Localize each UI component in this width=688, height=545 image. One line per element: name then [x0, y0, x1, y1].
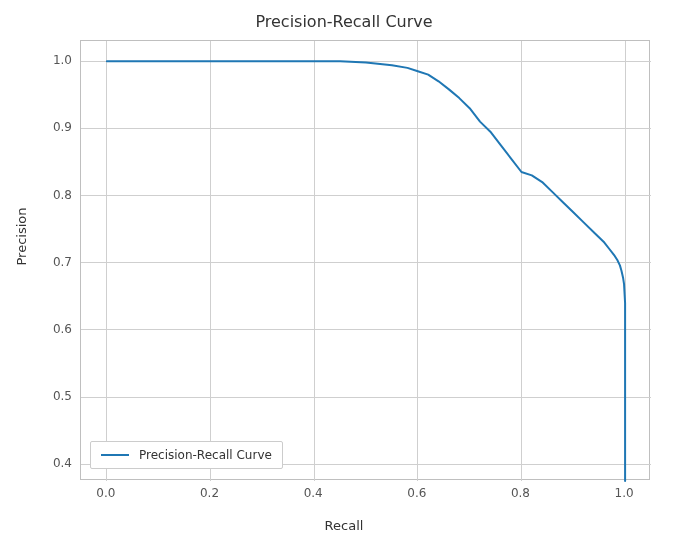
- y-axis-label: Precision: [14, 207, 29, 265]
- y-tick-label: 0.6: [32, 322, 72, 336]
- x-tick-label: 0.0: [96, 486, 115, 500]
- x-tick-label: 0.6: [407, 486, 426, 500]
- x-tick-label: 0.4: [304, 486, 323, 500]
- x-tick-label: 0.2: [200, 486, 219, 500]
- y-tick-label: 0.9: [32, 120, 72, 134]
- y-tick-label: 0.5: [32, 389, 72, 403]
- y-tick-label: 1.0: [32, 53, 72, 67]
- x-tick-label: 1.0: [615, 486, 634, 500]
- y-tick-label: 0.8: [32, 188, 72, 202]
- legend-swatch: [101, 454, 129, 456]
- legend-label: Precision-Recall Curve: [139, 448, 272, 462]
- y-tick-label: 0.7: [32, 255, 72, 269]
- chart-title: Precision-Recall Curve: [0, 12, 688, 31]
- x-axis-label: Recall: [0, 518, 688, 533]
- y-tick-label: 0.4: [32, 456, 72, 470]
- legend: Precision-Recall Curve: [90, 441, 283, 469]
- x-tick-label: 0.8: [511, 486, 530, 500]
- pr-curve: [107, 61, 625, 481]
- figure: Precision-Recall Curve Recall Precision …: [0, 0, 688, 545]
- curve-layer: [81, 41, 649, 479]
- plot-area: [80, 40, 650, 480]
